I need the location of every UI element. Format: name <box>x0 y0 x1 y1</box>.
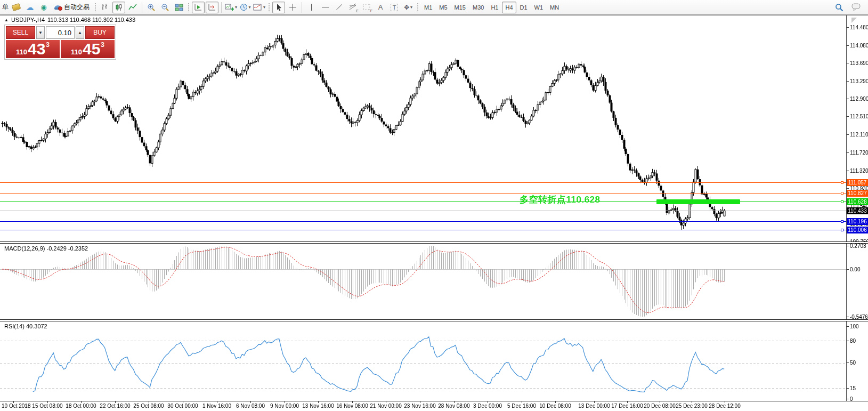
candlestick-icon <box>115 3 123 11</box>
zoom-in-button[interactable] <box>145 2 158 13</box>
time-tick-label: 3 Dec 00:00 <box>473 403 502 409</box>
price-tick-label: 112.110 <box>850 132 868 138</box>
support-trendline-segment[interactable] <box>656 199 740 204</box>
horizontal-line-icon <box>321 4 329 11</box>
main-toolbar: 单 ☁ ◉ 自动交易 <box>0 0 868 15</box>
add-indicator-icon <box>225 3 234 11</box>
volume-decrease-button[interactable]: ▼ <box>36 26 45 39</box>
price-badge-110.827: 110.827 <box>847 190 868 197</box>
crosshair-button[interactable] <box>286 2 299 13</box>
timeframe-m5-button[interactable]: M5 <box>436 2 450 13</box>
horizontal-line-110.196[interactable] <box>0 221 846 222</box>
new-order-label[interactable]: 单 <box>2 3 9 12</box>
timeframe-mn-button[interactable]: MN <box>547 2 562 13</box>
macd-tick-label: -0.5476 <box>850 314 868 320</box>
bar-chart-button[interactable] <box>99 2 111 13</box>
tile-windows-button[interactable] <box>173 2 185 13</box>
rsi-tick-label: 80 <box>850 338 856 344</box>
trade-panel-toggle-icon[interactable]: ▲ <box>4 18 9 22</box>
time-tick-label: 28 Nov 08:00 <box>438 403 470 409</box>
timeframe-m1-button[interactable]: M1 <box>421 2 435 13</box>
search-button[interactable] <box>833 2 846 13</box>
sell-price-display[interactable]: 110433 <box>6 40 60 58</box>
autotrade-icon <box>54 4 62 11</box>
line-handle[interactable] <box>841 200 843 203</box>
price-tick-dash <box>847 206 849 206</box>
timeframe-group: M1M5M15M30H1H4D1W1MN <box>421 2 562 13</box>
candlestick-button[interactable] <box>112 2 125 13</box>
horizontal-line-111.057[interactable] <box>0 182 846 183</box>
volume-input[interactable] <box>46 26 75 39</box>
rsi-tick-dash <box>847 326 849 327</box>
one-click-trading-panel: SELL ▼ ▲ BUY 110433 110453 <box>4 25 116 60</box>
price-chart-canvas[interactable] <box>0 0 868 411</box>
fibonacci-button[interactable]: E <box>346 2 359 13</box>
search-icon <box>835 3 843 12</box>
time-tick-label: 5 Dec 16:00 <box>507 403 536 409</box>
label-button[interactable]: T <box>388 2 401 13</box>
horizontal-line-110.006[interactable] <box>0 230 846 230</box>
chart-annotation-text[interactable]: 多空转折点110.628 <box>520 194 601 206</box>
line-handle[interactable] <box>841 220 843 223</box>
trendline-icon <box>335 3 343 11</box>
timeframe-m30-button[interactable]: M30 <box>469 2 487 13</box>
line-handle[interactable] <box>841 181 843 184</box>
buy-price-display[interactable]: 110453 <box>61 40 115 58</box>
trendline-button[interactable] <box>332 2 345 13</box>
add-indicator-button[interactable] <box>224 2 238 13</box>
rsi-tick-dash <box>847 362 849 363</box>
rsi-tick-dash <box>847 341 849 341</box>
time-tick-label: 10 Dec 08:00 <box>539 403 571 409</box>
cursor-button[interactable] <box>272 2 285 13</box>
price-tick-dash <box>847 134 849 135</box>
buy-button[interactable]: BUY <box>85 26 115 39</box>
templates-button[interactable] <box>253 2 266 13</box>
time-tick-label: 13 Dec 00:00 <box>578 403 610 409</box>
time-tick-label: 10 Oct 2018 <box>2 403 30 409</box>
horizontal-line-button[interactable] <box>319 2 331 13</box>
timeframe-d1-button[interactable]: D1 <box>517 2 531 13</box>
sell-button[interactable]: SELL <box>6 26 35 39</box>
autotrade-button[interactable]: 自动交易 <box>51 2 92 13</box>
price-tick-label: 111.720 <box>850 149 868 155</box>
time-axis-border <box>0 401 868 401</box>
price-tick-dash <box>847 152 849 153</box>
timeframe-w1-button[interactable]: W1 <box>531 2 547 13</box>
timeframe-m15-button[interactable]: M15 <box>451 2 469 13</box>
line-chart-button[interactable] <box>126 2 139 13</box>
line-handle[interactable] <box>841 229 843 231</box>
market-watch-button[interactable]: ☁ <box>23 2 36 13</box>
toolbar-separator <box>142 2 142 13</box>
chat-button[interactable] <box>850 2 863 13</box>
buy-price-figure: 110 <box>71 48 82 58</box>
macd-panel-splitter[interactable] <box>0 241 868 244</box>
grid-button[interactable]: F <box>360 2 373 13</box>
signals-button[interactable]: ◉ <box>37 2 50 13</box>
timeframe-h4-button[interactable]: H4 <box>502 2 516 13</box>
line-handle[interactable] <box>841 192 843 195</box>
macd-values: -0.2429 -0.2352 <box>46 245 88 252</box>
shapes-icon: ✥ <box>404 4 409 11</box>
horizontal-line-110.827[interactable] <box>0 193 846 194</box>
sell-price-point: 3 <box>46 40 50 49</box>
rsi-tick-label: 50 <box>850 360 856 366</box>
vertical-line-button[interactable] <box>305 2 318 13</box>
crosshair-icon <box>289 3 297 11</box>
new-order-button[interactable] <box>10 2 22 13</box>
price-tick-label: 114.080 <box>850 43 868 49</box>
templates-icon <box>253 3 262 11</box>
volume-increase-button[interactable]: ▲ <box>76 26 84 39</box>
zoom-in-icon <box>147 3 156 12</box>
chart-shift-button[interactable] <box>206 2 218 13</box>
periods-button[interactable] <box>239 2 252 13</box>
zoom-out-button[interactable] <box>159 2 172 13</box>
rsi-name: RSI(14) <box>4 323 25 329</box>
rsi-panel-splitter[interactable] <box>0 319 868 321</box>
timeframe-h1-button[interactable]: H1 <box>488 2 501 13</box>
auto-scroll-button[interactable] <box>192 2 205 13</box>
text-button[interactable]: A <box>374 2 387 13</box>
bar-chart-icon <box>101 3 109 11</box>
shapes-button[interactable]: ✥ <box>402 2 415 13</box>
price-tick-dash <box>847 116 849 117</box>
time-tick-label: 15 Oct 08:00 <box>32 403 62 409</box>
